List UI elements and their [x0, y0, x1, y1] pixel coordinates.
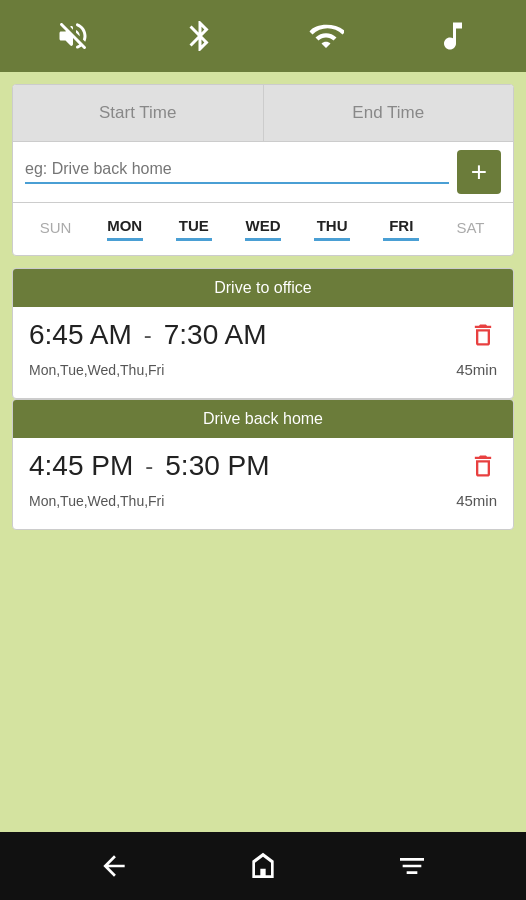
schedules-container: Drive to office 6:45 AM - 7:30 AM Mon,Tu… — [12, 268, 514, 530]
time-display-0: 6:45 AM - 7:30 AM — [29, 319, 497, 351]
input-card: Start Time End Time + SUNMONTUEWEDTHUFRI… — [12, 84, 514, 256]
schedule-footer-0: Mon,Tue,Wed,Thu,Fri 45min — [29, 357, 497, 386]
schedule-body-1: 4:45 PM - 5:30 PM Mon,Tue,Wed,Thu,Fri 45… — [13, 438, 513, 529]
days-row: SUNMONTUEWEDTHUFRISAT — [13, 203, 513, 255]
bluetooth-icon — [150, 0, 250, 72]
start-time-1: 4:45 PM — [29, 450, 133, 482]
duration-label-0: 45min — [456, 361, 497, 378]
back-button[interactable] — [98, 850, 130, 882]
schedule-card-1: Drive back home 4:45 PM - 5:30 PM Mon,Tu… — [12, 399, 514, 530]
day-wed[interactable]: WED — [245, 217, 281, 241]
days-label-1: Mon,Tue,Wed,Thu,Fri — [29, 493, 164, 509]
mute-icon — [23, 0, 123, 72]
time-row: Start Time End Time — [13, 85, 513, 142]
status-bar — [0, 0, 526, 72]
duration-label-1: 45min — [456, 492, 497, 509]
start-time-button[interactable]: Start Time — [13, 85, 264, 141]
end-time-1: 5:30 PM — [165, 450, 269, 482]
day-sat[interactable]: SAT — [452, 219, 488, 240]
main-content: Start Time End Time + SUNMONTUEWEDTHUFRI… — [0, 72, 526, 832]
day-thu[interactable]: THU — [314, 217, 350, 241]
add-schedule-button[interactable]: + — [457, 150, 501, 194]
day-mon[interactable]: MON — [107, 217, 143, 241]
end-time-button[interactable]: End Time — [264, 85, 514, 141]
schedule-body-0: 6:45 AM - 7:30 AM Mon,Tue,Wed,Thu,Fri 45… — [13, 307, 513, 398]
days-label-0: Mon,Tue,Wed,Thu,Fri — [29, 362, 164, 378]
music-icon — [403, 0, 503, 72]
day-sun[interactable]: SUN — [38, 219, 74, 240]
day-fri[interactable]: FRI — [383, 217, 419, 241]
schedule-title-0: Drive to office — [13, 269, 513, 307]
schedule-title-1: Drive back home — [13, 400, 513, 438]
start-time-0: 6:45 AM — [29, 319, 132, 351]
wifi-icon — [276, 0, 376, 72]
separator-0: - — [144, 321, 152, 349]
bottom-nav — [0, 832, 526, 900]
home-button[interactable] — [247, 850, 279, 882]
recents-button[interactable] — [396, 850, 428, 882]
day-tue[interactable]: TUE — [176, 217, 212, 241]
schedule-name-input[interactable] — [25, 160, 449, 184]
end-time-0: 7:30 AM — [164, 319, 267, 351]
delete-button-0[interactable] — [469, 321, 497, 349]
text-input-row: + — [13, 142, 513, 203]
delete-button-1[interactable] — [469, 452, 497, 480]
schedule-footer-1: Mon,Tue,Wed,Thu,Fri 45min — [29, 488, 497, 517]
schedule-card-0: Drive to office 6:45 AM - 7:30 AM Mon,Tu… — [12, 268, 514, 399]
time-display-1: 4:45 PM - 5:30 PM — [29, 450, 497, 482]
separator-1: - — [145, 452, 153, 480]
